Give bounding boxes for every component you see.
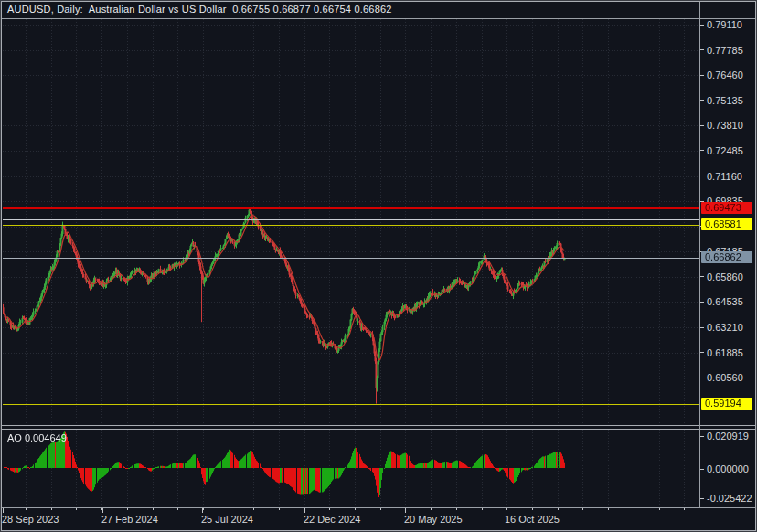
price-axis-label: 0.61885: [707, 347, 743, 358]
time-axis-minor-tick: [203, 508, 204, 510]
time-axis-label: 16 Oct 2025: [505, 514, 560, 525]
price-badge: 0.69473: [701, 202, 752, 214]
time-axis-label: 22 Dec 2024: [304, 514, 360, 525]
time-axis-minor-tick: [659, 508, 660, 510]
time-axis-minor-tick: [127, 508, 128, 510]
time-axis-tick: [102, 508, 103, 513]
price-axis-tick: [700, 352, 704, 353]
ao-axis-tick: [700, 469, 704, 470]
time-axis-minor-tick: [380, 508, 381, 510]
price-badge: 0.68581: [701, 218, 752, 230]
price-axis-tick: [700, 378, 704, 378]
time-axis-minor-tick: [558, 508, 559, 510]
price-axis-label: 0.77785: [707, 45, 743, 56]
chart-window: AUDUSD, Daily: Australian Dollar vs US D…: [0, 0, 757, 532]
time-axis-minor-tick: [582, 508, 583, 510]
time-axis-minor-tick: [482, 508, 483, 510]
time-axis-label: 27 Feb 2024: [101, 514, 158, 525]
title-separator-line: [2, 18, 755, 19]
price-axis-tick: [700, 176, 704, 176]
ao-axis-label: 0.020919: [707, 431, 749, 442]
time-axis-minor-tick: [153, 508, 154, 510]
time-axis-minor-tick: [431, 508, 432, 510]
price-axis-label: 0.72485: [707, 145, 743, 156]
time-axis-minor-tick: [304, 508, 305, 510]
price-axis-tick: [700, 25, 704, 26]
price-axis-label: 0.73810: [707, 120, 743, 131]
time-axis-minor-tick: [229, 508, 229, 510]
time-axis-minor-tick: [608, 508, 609, 510]
ao-axis-label: 0.000000: [707, 463, 749, 474]
time-axis-minor-tick: [532, 508, 533, 510]
panel-splitter[interactable]: [2, 425, 755, 430]
price-axis-tick: [700, 276, 704, 277]
price-axis-tick: [700, 49, 704, 50]
ao-indicator-label: AO 0.004649: [7, 432, 67, 443]
time-axis-minor-tick: [101, 508, 102, 510]
time-axis[interactable]: 28 Sep 202327 Feb 202425 Jul 202422 Dec …: [2, 508, 755, 530]
time-axis-minor-tick: [355, 508, 356, 510]
price-axis-tick: [700, 125, 704, 126]
time-axis-label: 20 May 2025: [404, 514, 463, 525]
ao-axis-tick: [700, 498, 704, 499]
price-axis-label: 0.79110: [707, 19, 742, 30]
price-axis-tick: [700, 75, 704, 76]
price-axis-label: 0.65860: [707, 271, 743, 282]
price-axis-label: 0.64535: [707, 296, 743, 307]
time-axis-minor-tick: [26, 508, 27, 510]
time-axis-minor-tick: [76, 508, 77, 510]
price-axis-label: 0.63210: [707, 322, 743, 333]
ao-axis-label: -0.025422: [707, 493, 752, 504]
time-axis-label: 28 Sep 2023: [2, 514, 59, 525]
price-axis-label: 0.71160: [707, 171, 742, 182]
price-axis[interactable]: 0.791100.777850.764600.751350.738100.724…: [700, 2, 755, 507]
time-axis-minor-tick: [684, 508, 685, 510]
price-axis-label: 0.76460: [707, 69, 743, 80]
price-badge: 0.59194: [701, 398, 752, 410]
price-axis-tick: [700, 302, 704, 303]
time-axis-minor-tick: [405, 508, 406, 510]
time-axis-minor-tick: [456, 508, 457, 510]
time-axis-minor-tick: [253, 508, 254, 510]
chart-title: AUDUSD, Daily: Australian Dollar vs US D…: [7, 4, 392, 16]
time-axis-minor-tick: [634, 508, 634, 510]
time-axis-tick: [3, 508, 4, 513]
ao-indicator-canvas[interactable]: [3, 430, 699, 506]
price-badge: 0.66862: [701, 251, 752, 263]
price-axis-tick: [700, 327, 704, 328]
price-axis-label: 0.60560: [707, 372, 743, 383]
time-axis-minor-tick: [329, 508, 330, 510]
price-axis-tick: [700, 100, 704, 101]
time-axis-minor-tick: [506, 508, 507, 510]
time-axis-minor-tick: [51, 508, 52, 510]
ao-axis-tick: [700, 436, 704, 437]
time-axis-minor-tick: [177, 508, 178, 510]
price-axis-label: 0.75135: [707, 95, 743, 106]
time-axis-minor-tick: [279, 508, 280, 510]
price-axis-tick: [700, 150, 704, 151]
price-chart-canvas[interactable]: [3, 19, 699, 425]
time-axis-label: 25 Jul 2024: [201, 514, 253, 525]
